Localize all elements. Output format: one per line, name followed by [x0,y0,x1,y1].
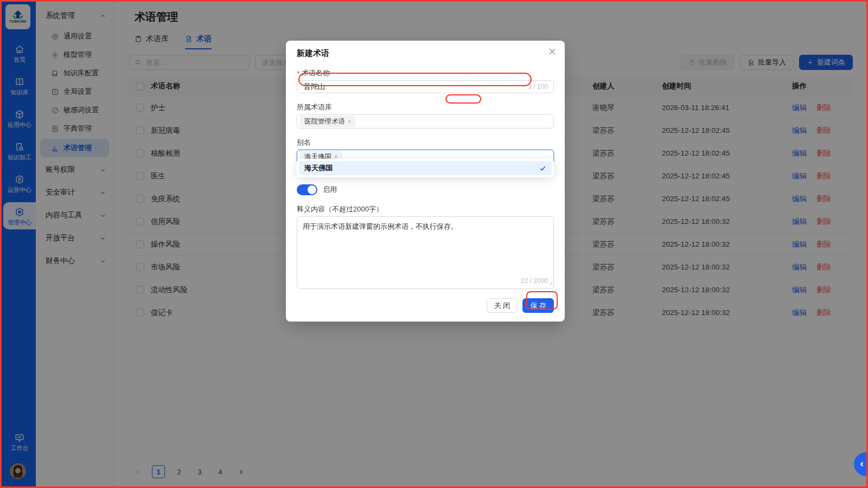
content-textarea[interactable]: 用于演示术语新建弹窗的示例术语，不执行保存。 22 / 2000 [297,216,554,289]
enabled-row: 启用 [297,184,554,195]
modal-title: 新建术语 [297,48,554,59]
library-label: 所属术语库 [297,103,554,112]
chevron-left-icon [859,461,865,467]
toggle-knob [308,185,316,194]
library-select[interactable]: 医院管理术语 × [297,114,554,129]
dropdown-option-selected[interactable]: 海天佛国 [299,161,552,175]
content-char-counter: 22 / 2000 [521,276,548,286]
term-name-input-wrap: 3 / 100 [297,80,554,93]
alias-dropdown: 海天佛国 [297,159,554,177]
alias-label: 别名 [297,138,554,147]
term-name-input[interactable] [303,82,524,92]
save-button[interactable]: 保 存 [522,298,554,313]
check-icon [539,165,546,172]
required-mark: * [297,69,299,78]
term-name-label: * 术语名称 [297,69,554,78]
name-char-counter: 3 / 100 [528,83,548,91]
resize-handle-icon[interactable] [548,278,553,288]
content-text: 用于演示术语新建弹窗的示例术语，不执行保存。 [303,222,458,230]
enabled-label: 启用 [323,185,337,195]
content-label: 释义内容（不超过2000字） [297,205,554,214]
create-term-modal: 新建术语 * 术语名称 3 / 100 所属术语库 医院管理术语 × 别名 海天… [286,41,565,322]
close-icon[interactable] [548,48,556,55]
enabled-toggle[interactable] [297,184,317,195]
modal-footer: 关 闭 保 存 [297,298,554,313]
tag-remove-icon[interactable]: × [348,119,351,125]
annotation-ellipse-library [445,94,481,104]
close-button[interactable]: 关 闭 [487,298,518,313]
library-tag: 医院管理术语 × [300,116,355,127]
